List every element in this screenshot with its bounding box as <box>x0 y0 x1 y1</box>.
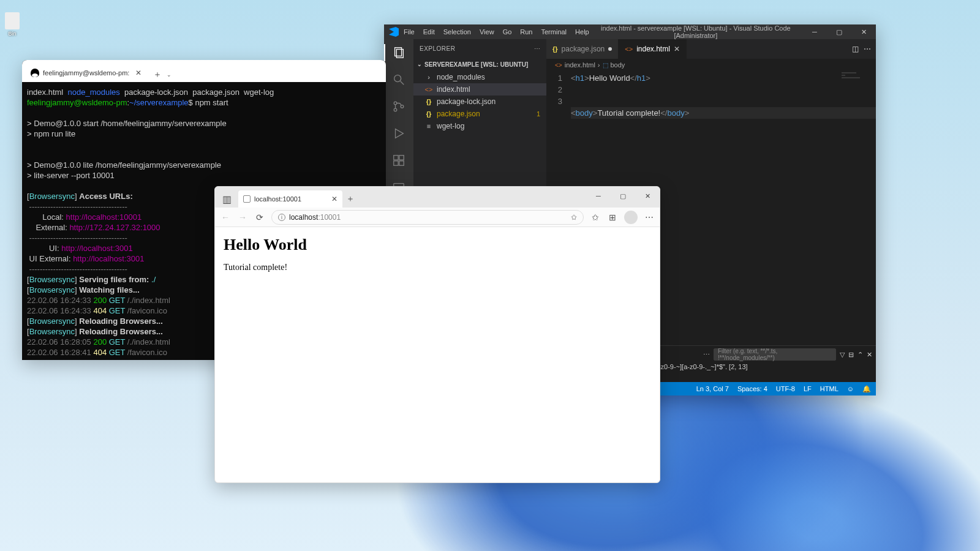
tab-dropdown-icon[interactable]: ⌄ <box>165 67 173 82</box>
svg-line-3 <box>401 81 404 85</box>
vscode-titlebar[interactable]: File Edit Selection View Go Run Terminal… <box>384 24 876 39</box>
browser-tab[interactable]: localhost:10001 ✕ <box>238 190 342 208</box>
new-tab-button[interactable]: ＋ <box>150 67 165 82</box>
menu-go[interactable]: Go <box>503 28 512 36</box>
status-eol[interactable]: LF <box>804 385 812 392</box>
forward-button[interactable]: → <box>237 212 248 222</box>
file-wget-log[interactable]: ≡wget-log <box>413 120 546 132</box>
svg-rect-0 <box>395 48 402 56</box>
terminal-tab-title: feelingjammy@wsldemo-pm: <box>43 69 129 77</box>
maximize-button[interactable]: ▢ <box>611 187 635 205</box>
status-language[interactable]: HTML <box>820 385 839 392</box>
filter-icon[interactable]: ▽ <box>840 351 845 359</box>
close-button[interactable]: ✕ <box>851 24 876 39</box>
feedback-icon[interactable]: ☺ <box>847 385 854 392</box>
html-file-icon: <> <box>555 62 562 69</box>
minimap[interactable] <box>839 71 876 345</box>
collections-icon[interactable]: ⊞ <box>607 212 618 222</box>
problems-filter-input[interactable]: Filter (e.g. text, **/*.ts, !**/node_mod… <box>714 348 836 361</box>
svg-rect-1 <box>396 50 403 58</box>
recycle-bin-icon[interactable]: Bin <box>3 12 21 37</box>
favorites-icon[interactable]: ✩ <box>590 212 601 222</box>
svg-rect-8 <box>394 156 398 160</box>
page-text: Tutorial complete! <box>224 263 651 272</box>
search-icon[interactable] <box>390 71 407 88</box>
status-cursor[interactable]: Ln 3, Col 7 <box>696 385 729 392</box>
favorite-star-icon[interactable]: ✩ <box>571 213 577 222</box>
split-editor-icon[interactable]: ◫ <box>852 45 859 53</box>
close-panel-icon[interactable]: ✕ <box>867 351 872 359</box>
close-tab-icon[interactable]: ✕ <box>331 195 337 203</box>
vscode-logo-icon <box>389 27 399 37</box>
source-control-icon[interactable] <box>390 98 407 115</box>
svg-marker-7 <box>396 129 404 138</box>
svg-rect-9 <box>399 156 404 160</box>
menu-edit[interactable]: Edit <box>423 28 435 36</box>
modified-badge: 1 <box>537 110 540 118</box>
file-index-html[interactable]: <>index.html <box>413 83 546 96</box>
browser-tab-strip[interactable]: ▥ localhost:10001 ✕ ＋ ─ ▢ ✕ <box>215 187 660 208</box>
svg-point-6 <box>401 105 404 108</box>
menu-icon[interactable]: ⋯ <box>644 212 655 222</box>
back-button[interactable]: ← <box>220 212 231 222</box>
explorer-label: EXPLORER <box>420 45 455 52</box>
address-bar[interactable]: i localhost:10001 ✩ <box>271 210 584 225</box>
json-icon: {} <box>424 98 433 105</box>
menu-view[interactable]: View <box>480 28 494 36</box>
file-package-json[interactable]: {}package.json1 <box>413 108 546 120</box>
terminal-tab-strip[interactable]: feelingjammy@wsldemo-pm: ✕ ＋ ⌄ <box>22 60 386 82</box>
panel-more-icon[interactable]: ⋯ <box>703 351 710 359</box>
json-icon: {} <box>424 110 433 118</box>
menu-terminal[interactable]: Terminal <box>541 28 567 36</box>
terminal-tab[interactable]: feelingjammy@wsldemo-pm: ✕ <box>26 64 146 82</box>
svg-point-4 <box>394 102 397 105</box>
breadcrumb[interactable]: <>index.html› ⬚body <box>546 59 876 71</box>
status-encoding[interactable]: UTF-8 <box>776 385 795 392</box>
explorer-root[interactable]: ⌄SERVEREXAMPLE [WSL: UBUNTU] <box>413 58 546 71</box>
extensions-icon[interactable] <box>390 152 407 169</box>
editor-tabs: {}package.json <>index.html✕ ◫⋯ <box>546 39 876 59</box>
collapse-icon[interactable]: ⊟ <box>848 351 854 359</box>
minimize-button[interactable]: ─ <box>586 187 611 205</box>
chevron-up-icon[interactable]: ⌃ <box>858 351 863 359</box>
status-spaces[interactable]: Spaces: 4 <box>737 385 767 392</box>
site-info-icon[interactable]: i <box>278 214 285 221</box>
run-debug-icon[interactable] <box>390 125 407 142</box>
edge-browser-window: ▥ localhost:10001 ✕ ＋ ─ ▢ ✕ ← → ⟳ i loca… <box>214 186 660 483</box>
minimize-button[interactable]: ─ <box>802 24 827 39</box>
close-tab-icon[interactable]: ✕ <box>135 69 141 77</box>
notifications-icon[interactable]: 🔔 <box>862 385 871 393</box>
file-package-lock-json[interactable]: {}package-lock.json <box>413 96 546 108</box>
chevron-down-icon: ⌄ <box>417 61 422 67</box>
explorer-icon[interactable] <box>390 44 407 61</box>
close-button[interactable]: ✕ <box>635 187 660 205</box>
browser-tab-title: localhost:10001 <box>254 195 301 203</box>
svg-rect-11 <box>399 161 404 165</box>
menu-help[interactable]: Help <box>575 28 589 36</box>
vscode-title-text: index.html - serverexample [WSL: Ubuntu]… <box>589 24 802 39</box>
linux-icon <box>31 69 39 77</box>
file-icon: ≡ <box>424 122 433 130</box>
explorer-more-icon[interactable]: ⋯ <box>534 45 541 52</box>
menu-selection[interactable]: Selection <box>443 28 471 36</box>
vscode-menu-bar: File Edit Selection View Go Run Terminal… <box>404 28 589 36</box>
refresh-button[interactable]: ⟳ <box>254 212 265 222</box>
profile-icon[interactable] <box>624 211 638 224</box>
menu-file[interactable]: File <box>404 28 415 36</box>
svg-rect-10 <box>394 161 398 165</box>
new-tab-button[interactable]: ＋ <box>342 190 358 208</box>
page-icon <box>243 195 251 203</box>
menu-run[interactable]: Run <box>520 28 532 36</box>
page-heading: Hello World <box>224 236 651 254</box>
dirty-indicator <box>608 47 612 51</box>
file-node-modules[interactable]: ›node_modules <box>413 71 546 83</box>
browser-viewport: Hello World Tutorial complete! <box>215 227 660 281</box>
html-icon: <> <box>424 86 433 93</box>
browser-toolbar: ← → ⟳ i localhost:10001 ✩ ✩ ⊞ ⋯ <box>215 208 660 227</box>
more-actions-icon[interactable]: ⋯ <box>864 45 871 53</box>
tab-package-json[interactable]: {}package.json <box>546 39 619 59</box>
maximize-button[interactable]: ▢ <box>827 24 851 39</box>
tab-index-html[interactable]: <>index.html✕ <box>619 39 687 59</box>
close-tab-icon[interactable]: ✕ <box>674 45 680 53</box>
tab-actions-icon[interactable]: ▥ <box>217 190 236 208</box>
